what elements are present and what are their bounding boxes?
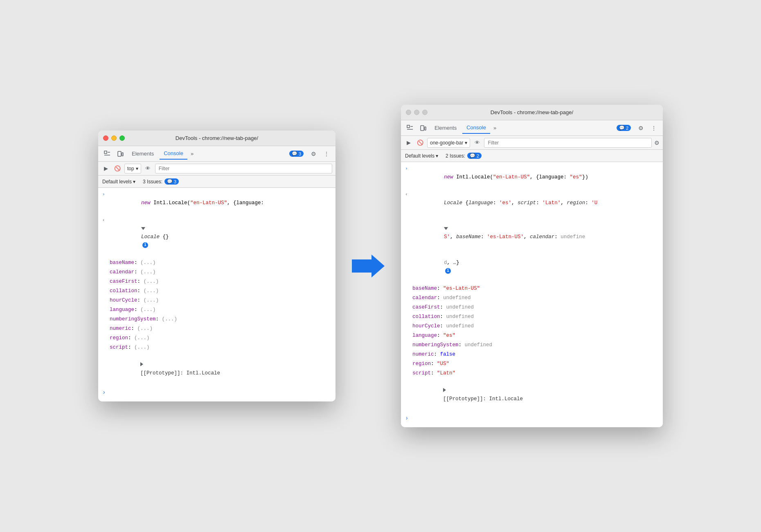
info-icon-2: i [445, 268, 451, 274]
context-label-1: top [127, 166, 134, 171]
filter-input-2[interactable] [484, 138, 652, 148]
issues-badge-bar-2: 💬 2 [467, 153, 482, 159]
prop-caseFirst-1: caseFirst: (...) [98, 277, 335, 286]
chat-icon-1: 💬 [292, 151, 297, 156]
levels-dropdown-1[interactable]: Default levels ▾ [102, 179, 135, 185]
console-prompt-2[interactable]: › [401, 412, 663, 424]
titlebar-2: DevTools - chrome://new-tab-page/ [401, 105, 663, 120]
console-row-locale-2-a[interactable]: ‹ Locale {language: 'es', script: 'Latn'… [401, 190, 663, 216]
toolbar-right-2: 💬 2 ⚙ ⋮ [614, 122, 660, 134]
prop-numberingSystem-1: numberingSystem: (...) [98, 315, 335, 324]
maximize-button-2[interactable] [422, 110, 428, 115]
gear-icon-2[interactable]: ⚙ [654, 140, 660, 146]
info-icon-1: i [142, 242, 148, 248]
gutter-input-2: › [405, 165, 413, 173]
console-row-locale-1[interactable]: ‹ Locale {} i [98, 216, 335, 258]
window-title-2: DevTools - chrome://new-tab-page/ [491, 109, 573, 115]
prop-proto-1[interactable]: [[Prototype]]: Intl.Locale [98, 352, 335, 386]
settings-icon-2[interactable]: ⚙ [635, 122, 646, 134]
tab-elements-1[interactable]: Elements [128, 148, 158, 160]
gutter-input-1: › [102, 191, 110, 198]
filter-input-1[interactable] [155, 164, 332, 174]
prop-region-2: region: "US" [401, 359, 663, 369]
window-title-1: DevTools - chrome://new-tab-page/ [176, 135, 258, 141]
levels-label-2: Default levels [405, 153, 435, 159]
more-menu-icon-1[interactable]: ⋮ [321, 148, 332, 160]
eye-icon-2[interactable]: 👁 [473, 138, 482, 147]
svg-rect-0 [104, 151, 107, 153]
issues-count-num-1: 3 [174, 179, 176, 184]
chat-icon-bar-2: 💬 [470, 153, 475, 158]
minimize-button-1[interactable] [111, 135, 117, 141]
prop-hourCycle-2: hourCycle: undefined [401, 322, 663, 331]
minimize-button-2[interactable] [414, 110, 419, 115]
console-prompt-1[interactable]: › [98, 386, 335, 399]
console-input-text-1: new Intl.Locale("en-Latn-US", {language: [110, 191, 335, 215]
console-row-input-2: › new Intl.Locale("en-Latn-US", {languag… [401, 165, 663, 190]
close-button-2[interactable] [406, 110, 411, 115]
context-dropdown-2[interactable]: one-google-bar ▾ [427, 138, 470, 148]
tab-console-2[interactable]: Console [462, 122, 490, 134]
chat-icon-bar-1: 💬 [167, 179, 173, 184]
settings-icon-1[interactable]: ⚙ [308, 148, 319, 160]
gutter-locale-2: ‹ [405, 191, 413, 198]
tabs-toolbar-2: Elements Console » 💬 2 ⚙ ⋮ [401, 120, 663, 136]
prop-calendar-1: calendar: (...) [98, 268, 335, 277]
close-button-1[interactable] [103, 135, 108, 141]
issues-badge-1[interactable]: 💬 3 [287, 150, 306, 158]
levels-arrow-1: ▾ [133, 179, 135, 185]
prop-numeric-1: numeric: (...) [98, 324, 335, 334]
block-icon-2[interactable]: 🚫 [416, 138, 425, 147]
run-icon-2[interactable]: ▶ [404, 138, 413, 147]
issues-count-bar-1: 3 Issues: 💬 3 [143, 178, 179, 185]
run-icon-1[interactable]: ▶ [101, 164, 110, 173]
device-icon[interactable] [115, 148, 126, 160]
maximize-button-1[interactable] [119, 135, 125, 141]
gutter-locale-1: ‹ [102, 216, 110, 224]
prop-baseName-2: baseName: "es-Latn-US" [401, 284, 663, 293]
prop-caseFirst-2: caseFirst: undefined [401, 303, 663, 312]
prompt-arrow-2: › [405, 414, 408, 423]
prop-proto-2[interactable]: [[Prototype]]: Intl.Locale [401, 378, 663, 412]
more-menu-icon-2[interactable]: ⋮ [648, 122, 660, 134]
tab-elements-2[interactable]: Elements [430, 122, 461, 134]
context-dropdown-1[interactable]: top ▾ [124, 164, 141, 174]
inspector-icon[interactable] [101, 148, 113, 160]
console-content-2: › new Intl.Locale("en-Latn-US", {languag… [401, 162, 663, 427]
arrow-container [352, 254, 385, 278]
svg-rect-3 [118, 151, 121, 156]
inspector-icon-2[interactable] [404, 122, 416, 134]
issues-badge-bar-1: 💬 3 [164, 178, 179, 185]
levels-dropdown-2[interactable]: Default levels ▾ [405, 153, 438, 159]
chat-icon-2: 💬 [619, 125, 625, 131]
levels-bar-2: Default levels ▾ 2 Issues: 💬 2 [401, 150, 663, 162]
issues-count-1: 3 [299, 151, 301, 156]
tab-console-1[interactable]: Console [160, 148, 187, 160]
locale-summary-2: Locale {language: 'es', script: 'Latn', … [413, 191, 663, 215]
device-icon-2[interactable] [417, 122, 429, 134]
block-icon-1[interactable]: 🚫 [113, 164, 122, 173]
svg-rect-10 [425, 127, 426, 130]
tab-more-2[interactable]: » [492, 125, 498, 131]
titlebar-1: DevTools - chrome://new-tab-page/ [98, 131, 335, 146]
devtools-window-2: DevTools - chrome://new-tab-page/ Elemen… [401, 105, 663, 427]
prop-calendar-2: calendar: undefined [401, 293, 663, 303]
prop-language-2: language: "es" [401, 331, 663, 340]
traffic-lights-2 [406, 110, 428, 115]
levels-bar-1: Default levels ▾ 3 Issues: 💬 3 [98, 176, 335, 188]
prompt-arrow-1: › [102, 388, 106, 397]
blue-arrow [352, 254, 385, 278]
tab-more-1[interactable]: » [189, 151, 195, 157]
locale-text-1: Locale {} i [110, 216, 335, 257]
console-row-locale-2-c: d, …} i [401, 250, 663, 284]
prop-hourCycle-1: hourCycle: (...) [98, 296, 335, 305]
prop-numberingSystem-2: numberingSystem: undefined [401, 340, 663, 350]
issues-badge-2[interactable]: 💬 2 [614, 124, 633, 132]
scene: DevTools - chrome://new-tab-page/ Elemen… [98, 105, 663, 427]
eye-icon-1[interactable]: 👁 [144, 164, 153, 173]
console-row-locale-2-b: S', baseName: 'es-Latn-US', calendar: un… [401, 216, 663, 250]
levels-arrow-2: ▾ [436, 153, 438, 159]
toolbar-right-1: 💬 3 ⚙ ⋮ [287, 148, 332, 160]
tabs-toolbar-1: Elements Console » 💬 3 ⚙ ⋮ [98, 146, 335, 162]
issues-count-2: 2 [626, 126, 628, 131]
